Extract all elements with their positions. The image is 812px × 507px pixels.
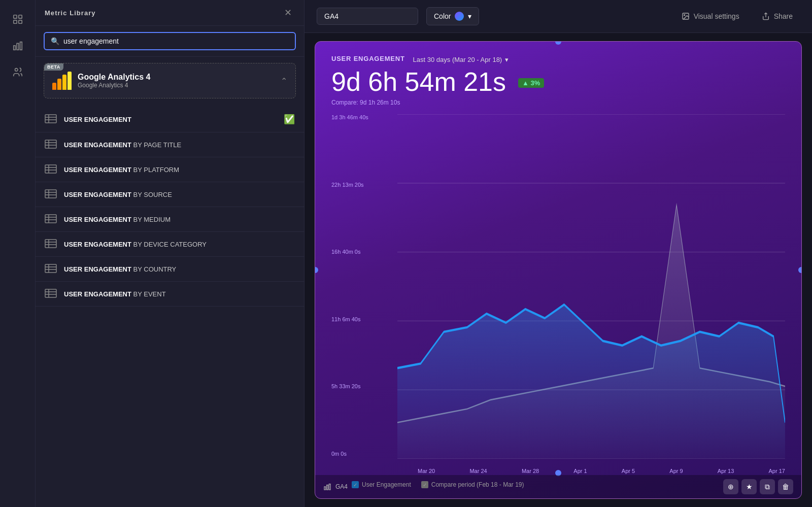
svg-rect-16: [45, 165, 56, 173]
chart-action-favorite[interactable]: ★: [741, 479, 757, 494]
share-label: Share: [774, 12, 793, 20]
panel-title: Metric Library: [45, 9, 96, 17]
metric-label-by-device-category: USER ENGAGEMENT BY DEVICE CATEGORY: [64, 241, 295, 248]
svg-rect-36: [45, 289, 56, 297]
svg-point-7: [15, 69, 18, 72]
svg-rect-2: [13, 20, 16, 23]
metric-list-icon-2: [45, 140, 57, 150]
left-sidebar: [0, 0, 36, 507]
chart-compare: Compare: 9d 1h 26m 10s: [331, 99, 785, 106]
x-label-4: Apr 5: [622, 468, 635, 474]
sidebar-icon-bar-chart[interactable]: [7, 35, 29, 57]
chart-action-duplicate[interactable]: ⧉: [760, 479, 775, 494]
chart-title-section: USER ENGAGEMENT Last 30 days (Mar 20 - A…: [331, 54, 785, 106]
y-label-0: 1d 3h 46m 40s: [331, 114, 368, 120]
svg-rect-28: [45, 240, 56, 248]
search-box: 🔍: [44, 32, 296, 50]
metric-library-panel: Metric Library ✕ 🔍 BETA Google Analytics…: [36, 0, 304, 507]
x-axis-labels: Mar 20 Mar 24 Mar 28 Apr 1 Apr 5 Apr 9 A…: [397, 468, 785, 474]
metric-list-icon-3: [45, 164, 57, 175]
color-picker-dot: [455, 12, 464, 21]
chart-source: GA4: [323, 483, 348, 491]
x-label-3: Apr 1: [573, 468, 587, 474]
search-input[interactable]: [63, 37, 289, 45]
metric-item-by-event[interactable]: USER ENGAGEMENT BY EVENT: [36, 282, 304, 307]
metric-label-by-source: USER ENGAGEMENT BY SOURCE: [64, 191, 295, 198]
source-chart-icon: [323, 483, 331, 491]
panel-header: Metric Library ✕: [36, 0, 304, 26]
ga4-selector[interactable]: GA4: [317, 8, 418, 25]
svg-rect-24: [45, 215, 56, 223]
x-label-5: Apr 9: [669, 468, 683, 474]
color-label: Color: [434, 12, 451, 20]
metric-item-user-engagement[interactable]: USER ENGAGEMENT ✅: [36, 107, 304, 132]
date-range-button[interactable]: Last 30 days (Mar 20 - Apr 18) ▾: [409, 54, 513, 65]
share-icon: [762, 12, 770, 20]
chart-svg-container: 1d 3h 46m 40s 22h 13m 20s 16h 40m 0s 11h…: [331, 114, 785, 479]
metric-list-icon-5: [45, 214, 57, 224]
y-label-2: 16h 40m 0s: [331, 249, 368, 255]
right-resize-handle[interactable]: [798, 267, 802, 273]
metric-list-icon-7: [45, 264, 57, 274]
chart-header: USER ENGAGEMENT Last 30 days (Mar 20 - A…: [331, 54, 785, 106]
beta-badge: BETA: [44, 63, 63, 71]
sidebar-icon-chart[interactable]: [7, 8, 29, 30]
ga4-card-text: Google Analytics 4 Google Analytics 4: [78, 73, 275, 89]
metric-item-by-platform[interactable]: USER ENGAGEMENT BY PLATFORM: [36, 157, 304, 182]
chart-metric-label: USER ENGAGEMENT: [331, 55, 405, 62]
metric-item-by-page-title[interactable]: USER ENGAGEMENT BY PAGE TITLE: [36, 132, 304, 157]
sidebar-icon-people[interactable]: [7, 61, 29, 83]
image-icon: [682, 12, 690, 20]
svg-rect-49: [324, 487, 326, 490]
metric-label-by-medium: USER ENGAGEMENT BY MEDIUM: [64, 216, 295, 223]
ga4-bars-icon: [52, 72, 72, 90]
ga4-selector-label: GA4: [324, 12, 339, 20]
ga4-card-sub: Google Analytics 4: [78, 82, 275, 89]
chart-action-delete[interactable]: 🗑: [778, 479, 793, 494]
ga4-card[interactable]: BETA Google Analytics 4 Google Analytics…: [44, 63, 296, 98]
metric-list: USER ENGAGEMENT ✅ USER ENGAGEMENT BY PAG…: [36, 105, 304, 507]
svg-rect-3: [18, 20, 21, 23]
chart-value: 9d 6h 54m 21s: [331, 69, 506, 95]
metric-label-by-page-title: USER ENGAGEMENT BY PAGE TITLE: [64, 141, 295, 149]
metric-item-by-device-category[interactable]: USER ENGAGEMENT BY DEVICE CATEGORY: [36, 232, 304, 257]
svg-rect-4: [13, 46, 15, 50]
y-label-5: 0m 0s: [331, 451, 368, 457]
metric-label-by-platform: USER ENGAGEMENT BY PLATFORM: [64, 166, 295, 174]
svg-rect-1: [18, 15, 21, 18]
date-range-label: Last 30 days (Mar 20 - Apr 18): [413, 56, 502, 63]
svg-rect-32: [45, 264, 56, 273]
y-label-3: 11h 6m 40s: [331, 316, 368, 322]
metric-item-by-country[interactable]: USER ENGAGEMENT BY COUNTRY: [36, 257, 304, 282]
share-button[interactable]: Share: [755, 8, 800, 24]
y-label-1: 22h 13m 20s: [331, 182, 368, 188]
svg-rect-12: [45, 140, 56, 148]
color-button[interactable]: Color ▾: [426, 7, 479, 25]
x-label-0: Mar 20: [418, 468, 435, 474]
svg-rect-6: [20, 42, 22, 50]
chart-inner: USER ENGAGEMENT Last 30 days (Mar 20 - A…: [315, 42, 801, 498]
visual-settings-button[interactable]: Visual settings: [674, 8, 747, 24]
main-content: GA4 Color ▾ Visual settings Share: [304, 0, 812, 507]
metric-label-by-country: USER ENGAGEMENT BY COUNTRY: [64, 265, 295, 273]
y-axis-labels: 1d 3h 46m 40s 22h 13m 20s 16h 40m 0s 11h…: [331, 114, 368, 459]
metric-label-by-event: USER ENGAGEMENT BY EVENT: [64, 290, 295, 298]
x-label-1: Mar 24: [469, 468, 487, 474]
metric-list-icon: [45, 114, 57, 124]
ga4-expand-icon: ⌃: [281, 76, 287, 86]
metric-item-by-source[interactable]: USER ENGAGEMENT BY SOURCE: [36, 182, 304, 207]
search-container: 🔍: [36, 26, 304, 57]
top-bar: GA4 Color ▾ Visual settings Share: [304, 0, 812, 33]
metric-item-by-medium[interactable]: USER ENGAGEMENT BY MEDIUM: [36, 207, 304, 232]
y-label-4: 5h 33m 20s: [331, 383, 368, 389]
close-button[interactable]: ✕: [281, 7, 295, 18]
date-range-chevron: ▾: [505, 56, 509, 63]
metric-list-icon-4: [45, 189, 57, 199]
metric-list-icon-6: [45, 239, 57, 249]
color-dropdown-icon: ▾: [468, 12, 471, 20]
svg-rect-50: [327, 485, 328, 490]
chart-action-move[interactable]: ⊕: [723, 479, 738, 494]
x-label-7: Apr 17: [768, 468, 785, 474]
svg-rect-0: [13, 15, 16, 18]
x-label-2: Mar 28: [522, 468, 539, 474]
